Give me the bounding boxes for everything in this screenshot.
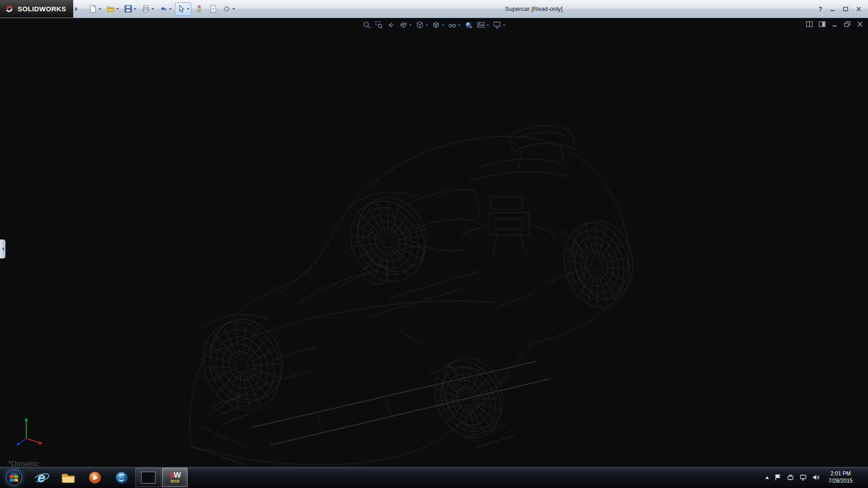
pane-preview-icon <box>819 21 826 27</box>
taskbar-item-blue-app[interactable] <box>108 468 134 487</box>
print-icon <box>142 5 150 13</box>
doc-close-icon <box>857 21 863 27</box>
action-center-button[interactable] <box>774 474 782 481</box>
dropdown-arrow[interactable] <box>134 8 137 10</box>
zoom-to-area-icon <box>375 21 383 29</box>
taskbar-item-internet-explorer[interactable]: e <box>28 468 54 487</box>
options-gear-icon <box>222 5 231 13</box>
dropdown-arrow[interactable] <box>99 8 101 10</box>
graphics-viewport[interactable]: *Dimetric <box>0 18 868 466</box>
solidworks-logo[interactable]: SOLIDWORKS <box>0 0 73 18</box>
view-orientation-button[interactable] <box>415 21 428 29</box>
brand-text: SOLIDWORKS <box>18 5 66 13</box>
feature-manager-collapse-handle[interactable] <box>0 239 5 258</box>
main-toolbar <box>87 2 237 16</box>
dropdown-arrow[interactable] <box>116 8 119 10</box>
dropdown-arrow[interactable] <box>232 8 235 10</box>
network-display-icon <box>799 474 807 481</box>
previous-view-icon <box>387 21 396 29</box>
doc-restore-button[interactable] <box>844 21 851 29</box>
dropdown-arrow[interactable] <box>442 24 444 26</box>
up-arrow-icon <box>765 476 769 479</box>
zoom-to-fit-icon <box>363 21 371 29</box>
apply-scene-icon <box>476 21 485 29</box>
menu-flyout-arrow[interactable] <box>75 7 78 11</box>
view-settings-icon <box>493 21 501 29</box>
close-icon <box>856 6 862 12</box>
file-properties-icon <box>209 5 217 13</box>
options-button[interactable] <box>221 2 237 16</box>
dropdown-arrow[interactable] <box>151 8 154 10</box>
open-button[interactable] <box>104 2 121 16</box>
undo-icon <box>159 5 168 13</box>
view-orientation-cube-icon <box>415 21 424 29</box>
rebuild-button[interactable] <box>193 2 205 16</box>
view-settings-button[interactable] <box>493 21 505 29</box>
taskbar-item-solidworks-2015[interactable]: SW 2015 <box>162 468 188 487</box>
clock-date: 7/28/2015 <box>829 478 853 485</box>
dropdown-arrow[interactable] <box>503 24 505 26</box>
zoom-to-area-button[interactable] <box>375 21 383 29</box>
help-button[interactable]: ? <box>818 5 822 13</box>
solidworks-2015-icon: SW 2015 <box>169 471 180 483</box>
hide-show-items-button[interactable] <box>448 21 461 29</box>
file-properties-button[interactable] <box>207 2 219 16</box>
titlebar: SOLIDWORKS <box>0 0 868 18</box>
save-floppy-icon <box>124 5 132 13</box>
blue-circle-app-icon <box>114 470 129 485</box>
hardware-icon <box>787 474 794 481</box>
pane-preview-button[interactable] <box>819 21 826 29</box>
split-pane-button[interactable] <box>806 21 813 29</box>
network-button[interactable] <box>799 474 807 481</box>
speaker-icon <box>812 474 820 481</box>
apply-scene-button[interactable] <box>476 21 489 29</box>
minimize-button[interactable] <box>830 6 835 12</box>
reference-triad <box>13 415 47 449</box>
wireframe-car-model[interactable] <box>0 18 868 466</box>
section-view-button[interactable] <box>399 21 412 29</box>
dropdown-arrow[interactable] <box>187 8 189 10</box>
close-button[interactable] <box>856 6 862 12</box>
clock-time: 2:01 PM <box>829 470 853 478</box>
collapse-arrow-icon <box>2 247 4 251</box>
display-style-button[interactable] <box>432 21 444 29</box>
dropdown-arrow[interactable] <box>169 8 172 10</box>
doc-minimize-icon <box>831 21 838 27</box>
rebuild-traffic-light-icon <box>195 5 203 13</box>
taskbar-item-media-player[interactable] <box>82 468 108 487</box>
doc-minimize-button[interactable] <box>831 21 838 29</box>
media-player-icon <box>88 470 102 485</box>
doc-close-button[interactable] <box>857 21 863 29</box>
new-document-icon <box>89 5 97 13</box>
doc-restore-icon <box>844 21 851 27</box>
save-button[interactable] <box>122 2 138 16</box>
maximize-button[interactable] <box>843 6 849 12</box>
show-hidden-icons-button[interactable] <box>765 476 769 479</box>
new-document-button[interactable] <box>87 2 103 16</box>
taskbar-item-command-window[interactable] <box>135 468 161 487</box>
dropdown-arrow[interactable] <box>458 24 461 26</box>
command-window-icon <box>141 472 156 483</box>
taskbar: e <box>0 466 868 488</box>
taskbar-item-file-explorer[interactable] <box>55 468 81 487</box>
document-title: Supercar [Read-only] <box>505 5 563 12</box>
taskbar-clock[interactable]: 2:01 PM 7/28/2015 <box>825 470 857 484</box>
section-view-icon <box>399 21 408 29</box>
dropdown-arrow[interactable] <box>486 24 489 26</box>
dropdown-arrow[interactable] <box>409 24 412 26</box>
volume-button[interactable] <box>812 474 820 481</box>
edit-appearance-ball-icon <box>464 21 473 29</box>
previous-view-button[interactable] <box>387 21 396 29</box>
print-button[interactable] <box>140 2 156 16</box>
solidworks-version-badge: 2015 <box>170 479 179 483</box>
select-button[interactable] <box>175 2 191 16</box>
dropdown-arrow[interactable] <box>425 24 428 26</box>
start-button[interactable] <box>0 467 28 488</box>
folder-icon <box>61 471 76 484</box>
zoom-to-fit-button[interactable] <box>363 21 371 29</box>
taskbar-apps: e <box>28 467 188 488</box>
undo-button[interactable] <box>157 2 174 16</box>
safely-remove-hardware-button[interactable] <box>787 474 794 481</box>
display-style-icon <box>432 21 440 29</box>
edit-appearance-button[interactable] <box>464 21 473 29</box>
